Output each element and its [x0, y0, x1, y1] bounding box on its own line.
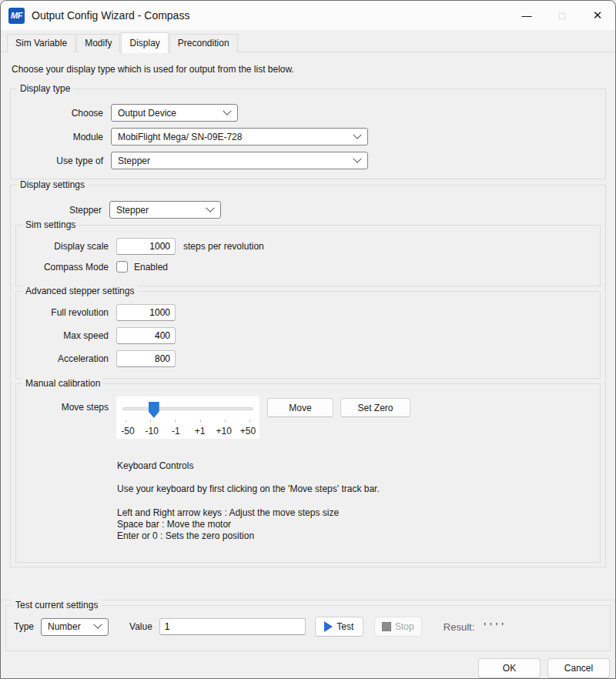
keyboard-controls-lines: Left and Right arrow keys : Adjust the m…: [117, 507, 403, 542]
max-speed-label: Max speed: [22, 330, 109, 341]
keyboard-controls-title: Keyboard Controls: [117, 460, 403, 471]
description-text: Choose your display type which is used f…: [12, 64, 604, 75]
tab-display[interactable]: Display: [121, 32, 168, 53]
test-button[interactable]: Test: [315, 617, 363, 637]
compass-mode-label: Compass Mode: [22, 262, 109, 273]
display-scale-row: Display scale steps per revolution: [22, 238, 594, 255]
chevron-down-icon: [206, 203, 214, 212]
keyboard-controls-intro: Use your keyboard by first clicking on t…: [117, 483, 396, 495]
stepper-label: Stepper: [15, 205, 102, 216]
test-current-settings-title: Test current settings: [12, 600, 101, 610]
window-controls: — □ ✕: [509, 1, 615, 30]
stepper-dropdown[interactable]: Stepper: [109, 201, 221, 219]
slider-thumb[interactable]: [149, 402, 159, 418]
slider-track[interactable]: [122, 400, 253, 419]
sim-settings-group-title: Sim settings: [22, 219, 79, 230]
full-revolution-row: Full revolution: [22, 304, 594, 321]
stop-icon: [382, 622, 391, 631]
display-scale-input[interactable]: [116, 238, 176, 255]
use-type-label: Use type of: [17, 156, 103, 166]
slider-tick-labels: -50 -10 -1 +1 +10 +50: [119, 426, 257, 436]
close-button[interactable]: ✕: [580, 1, 615, 30]
slider-tickmarks: [126, 420, 250, 423]
minimize-button[interactable]: —: [509, 1, 544, 30]
display-scale-suffix: steps per revolution: [183, 241, 264, 252]
set-zero-button[interactable]: Set Zero: [340, 398, 410, 417]
acceleration-input[interactable]: [116, 350, 176, 367]
titlebar: MF Output Config Wizard - Compass — □ ✕: [1, 1, 615, 30]
keyboard-controls-line: Left and Right arrow keys : Adjust the m…: [117, 507, 403, 519]
move-steps-trackbar[interactable]: -50 -10 -1 +1 +10 +50: [116, 396, 259, 439]
type-label: Type: [14, 621, 34, 632]
test-current-settings-group: Test current settings Type Number Value …: [5, 605, 611, 651]
dialog-buttons: OK Cancel: [5, 651, 611, 678]
output-config-wizard-window: MF Output Config Wizard - Compass — □ ✕ …: [0, 0, 616, 679]
manual-calibration-title: Manual calibration: [22, 378, 103, 389]
display-scale-label: Display scale: [22, 241, 109, 252]
module-row: Module MobiFlight Mega/ SN-09E-728: [17, 128, 599, 146]
stop-button: Stop: [374, 617, 422, 637]
use-type-dropdown[interactable]: Stepper: [111, 152, 368, 169]
test-value-input[interactable]: [159, 618, 306, 635]
acceleration-label: Acceleration: [22, 353, 109, 364]
max-speed-row: Max speed: [22, 327, 594, 344]
move-button[interactable]: Move: [267, 398, 333, 417]
test-type-dropdown[interactable]: Number: [41, 618, 109, 636]
display-type-group-title: Display type: [17, 83, 73, 94]
choose-row: Choose Output Device: [17, 104, 599, 122]
chevron-down-icon: [353, 130, 361, 139]
module-label: Module: [17, 132, 103, 142]
display-settings-group: Display settings Stepper Stepper Sim set…: [10, 185, 606, 567]
max-speed-input[interactable]: [116, 327, 176, 344]
choose-dropdown-value: Output Device: [118, 108, 176, 119]
use-type-row: Use type of Stepper: [17, 152, 599, 169]
maximize-button: □: [544, 1, 580, 30]
full-revolution-label: Full revolution: [22, 307, 109, 318]
play-icon: [324, 621, 333, 632]
compass-mode-checkbox[interactable]: [116, 261, 128, 273]
manual-calibration-group: Manual calibration Move steps -50: [15, 383, 601, 563]
compass-mode-checkbox-label: Enabled: [134, 262, 168, 273]
ok-button[interactable]: OK: [478, 658, 541, 678]
mobiflight-logo-icon: MF: [8, 8, 25, 24]
module-dropdown[interactable]: MobiFlight Mega/ SN-09E-728: [111, 128, 368, 146]
advanced-stepper-settings-title: Advanced stepper settings: [22, 286, 137, 296]
chevron-down-icon: [353, 154, 361, 162]
display-type-group: Display type Choose Output Device Module…: [10, 89, 606, 179]
value-label: Value: [129, 621, 152, 632]
tab-sim-variable[interactable]: Sim Variable: [7, 34, 75, 52]
cancel-button[interactable]: Cancel: [547, 658, 610, 678]
chevron-down-icon: [93, 620, 102, 629]
tab-precondition[interactable]: Precondition: [169, 34, 238, 52]
tick-label: +50: [239, 426, 257, 436]
keyboard-controls-line: Enter or 0 : Sets the zero position: [117, 530, 403, 542]
tick-label: -10: [142, 426, 161, 436]
window-title: Output Config Wizard - Compass: [32, 9, 189, 22]
result-value: '''': [484, 620, 507, 633]
stop-button-label: Stop: [395, 621, 414, 632]
choose-display-type-dropdown[interactable]: Output Device: [111, 104, 238, 122]
stepper-dropdown-value: Stepper: [116, 205, 149, 216]
result-label: Result:: [444, 621, 474, 633]
test-row: Type Number Value Test Stop Result: '''': [14, 617, 602, 637]
advanced-stepper-settings-group: Advanced stepper settings Full revolutio…: [15, 291, 601, 379]
keyboard-controls-block: Keyboard Controls Use your keyboard by f…: [117, 460, 403, 542]
compass-mode-row: Compass Mode Enabled: [22, 261, 594, 273]
choose-label: Choose: [17, 108, 103, 119]
sim-settings-group: Sim settings Display scale steps per rev…: [15, 225, 601, 286]
tab-bar: Sim Variable Modify Display Precondition: [1, 30, 615, 52]
tick-label: +10: [215, 426, 233, 436]
tick-label: -1: [166, 426, 185, 436]
tick-label: +1: [191, 426, 209, 436]
move-steps-label: Move steps: [22, 396, 109, 413]
tick-label: -50: [119, 426, 137, 436]
display-settings-group-title: Display settings: [17, 179, 88, 190]
slider-track-line: [122, 407, 253, 410]
footer-panel: Test current settings Type Number Value …: [1, 600, 615, 678]
display-tab-page: Choose your display type which is used f…: [1, 52, 615, 600]
move-steps-row: Move steps -50 -10 -1 +: [22, 396, 594, 439]
module-dropdown-value: MobiFlight Mega/ SN-09E-728: [118, 132, 242, 142]
tab-modify[interactable]: Modify: [76, 34, 120, 52]
full-revolution-input[interactable]: [116, 304, 176, 321]
stepper-row: Stepper Stepper: [15, 201, 601, 219]
